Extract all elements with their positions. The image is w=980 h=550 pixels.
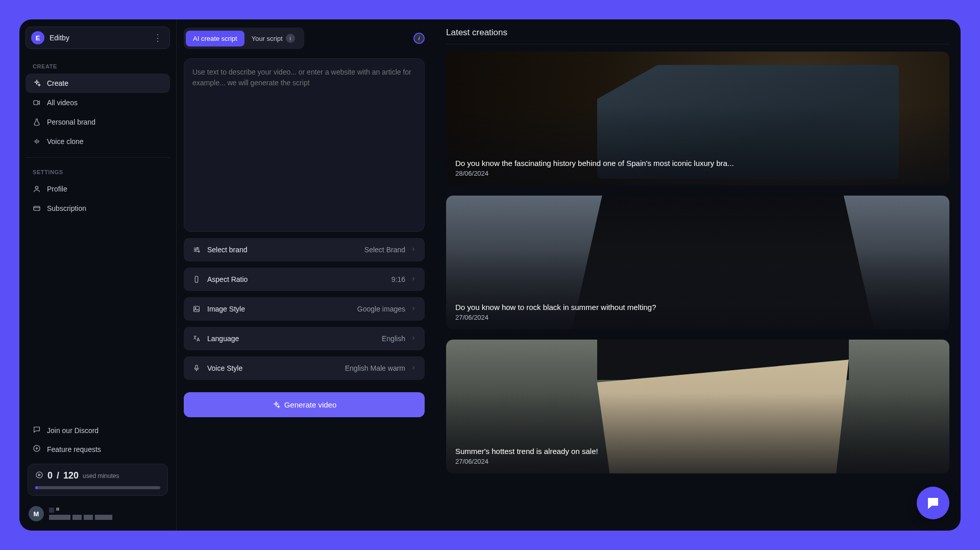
workspace-name: Editby xyxy=(50,34,146,42)
workspace-avatar: E xyxy=(31,31,44,44)
svg-point-6 xyxy=(195,249,197,251)
footer-label: Join our Discord xyxy=(47,426,99,435)
svg-point-10 xyxy=(195,307,196,308)
nav-personal-brand[interactable]: Personal brand xyxy=(26,112,170,132)
option-value: Google images xyxy=(357,305,405,313)
generate-label: Generate video xyxy=(284,400,337,409)
option-label: Select brand xyxy=(207,246,364,254)
option-label: Aspect Ratio xyxy=(207,275,391,283)
svg-rect-0 xyxy=(34,101,38,105)
svg-point-7 xyxy=(198,251,200,252)
user-avatar: M xyxy=(29,506,44,521)
nav-label: All videos xyxy=(47,99,78,107)
tabs-row: AI create script Your script i i xyxy=(184,28,425,49)
latest-heading: Latest creations xyxy=(446,28,949,44)
nav-label: Subscription xyxy=(47,204,86,212)
option-label: Voice Style xyxy=(207,364,345,372)
script-input-box xyxy=(184,58,425,232)
sliders-icon xyxy=(192,245,201,254)
option-value: 9:16 xyxy=(391,275,405,283)
creation-card[interactable]: Do you know the fascinating history behi… xyxy=(446,52,949,185)
user-icon xyxy=(33,185,41,193)
divider xyxy=(26,157,170,158)
sparkle-icon xyxy=(33,79,41,87)
usage-bar xyxy=(35,486,160,489)
option-voice-style[interactable]: Voice Style English Male warm xyxy=(184,356,425,380)
card-title: Do you know the fascinating history behi… xyxy=(455,159,940,168)
svg-rect-9 xyxy=(194,306,200,312)
chevron-right-icon xyxy=(410,245,416,254)
waveform-icon xyxy=(33,137,41,146)
svg-point-4 xyxy=(36,472,42,478)
sidebar: E Editby ⋮ CREATE Create All videos Pers… xyxy=(19,19,177,531)
card-date: 27/06/2024 xyxy=(455,458,940,465)
create-panel: AI create script Your script i i Select … xyxy=(177,19,432,531)
discord-link[interactable]: Join our Discord xyxy=(26,421,170,440)
video-icon xyxy=(33,99,41,107)
usage-used: 0 xyxy=(47,470,53,481)
script-textarea[interactable] xyxy=(192,67,416,223)
flask-icon xyxy=(33,118,41,126)
chevron-right-icon xyxy=(410,304,416,314)
nav-profile[interactable]: Profile xyxy=(26,179,170,199)
option-value: English xyxy=(382,334,405,343)
svg-rect-8 xyxy=(195,276,198,282)
option-value: English Male warm xyxy=(345,364,405,372)
svg-rect-2 xyxy=(34,206,40,210)
usage-total: 120 xyxy=(63,470,79,481)
tab-ai-script[interactable]: AI create script xyxy=(186,31,244,46)
option-brand[interactable]: Select brand Select Brand xyxy=(184,238,425,261)
nav-all-videos[interactable]: All videos xyxy=(26,93,170,112)
card-date: 27/06/2024 xyxy=(455,314,940,321)
option-label: Image Style xyxy=(207,305,357,313)
image-icon xyxy=(192,304,201,314)
info-badge-icon: i xyxy=(286,34,295,43)
usage-card: 0 / 120 used minutes xyxy=(28,464,168,496)
usage-sep: / xyxy=(57,470,59,481)
card-icon xyxy=(33,204,41,212)
option-image-style[interactable]: Image Style Google images xyxy=(184,297,425,321)
feature-requests-link[interactable]: Feature requests xyxy=(26,440,170,459)
nav-label: Profile xyxy=(47,185,67,193)
play-circle-icon xyxy=(35,471,43,481)
footer-label: Feature requests xyxy=(47,445,101,453)
app-shell: E Editby ⋮ CREATE Create All videos Pers… xyxy=(19,19,961,531)
nav-subscription[interactable]: Subscription xyxy=(26,199,170,218)
sparkle-icon xyxy=(272,401,280,409)
translate-icon xyxy=(192,334,201,343)
nav-create[interactable]: Create xyxy=(26,74,170,93)
section-label-create: CREATE xyxy=(26,58,170,74)
chevron-right-icon xyxy=(410,275,416,284)
tab-your-script[interactable]: Your script i xyxy=(244,30,302,47)
card-title: Summer's hottest trend is already on sal… xyxy=(455,447,940,456)
help-icon[interactable]: i xyxy=(413,33,425,44)
chat-bubble-icon xyxy=(926,496,940,510)
option-aspect-ratio[interactable]: Aspect Ratio 9:16 xyxy=(184,268,425,291)
creation-card[interactable]: Summer's hottest trend is already on sal… xyxy=(446,340,949,473)
card-date: 28/06/2024 xyxy=(455,170,940,177)
tab-label: AI create script xyxy=(193,35,237,42)
user-name-redacted xyxy=(49,508,112,520)
mic-icon xyxy=(192,364,201,373)
creation-card[interactable]: Do you know how to rock black in summer … xyxy=(446,196,949,329)
generate-video-button[interactable]: Generate video xyxy=(184,392,425,417)
chevron-right-icon xyxy=(410,334,416,343)
nav-voice-clone[interactable]: Voice clone xyxy=(26,132,170,151)
option-label: Language xyxy=(207,334,382,343)
section-label-settings: SETTINGS xyxy=(26,164,170,179)
nav-label: Personal brand xyxy=(47,118,95,126)
workspace-menu-icon[interactable]: ⋮ xyxy=(151,32,164,43)
chat-fab[interactable] xyxy=(917,487,949,519)
user-row[interactable]: M xyxy=(26,501,170,523)
card-title: Do you know how to rock black in summer … xyxy=(455,303,940,312)
plus-circle-icon xyxy=(33,444,41,454)
option-language[interactable]: Language English xyxy=(184,327,425,350)
option-value: Select Brand xyxy=(364,246,405,254)
nav-label: Voice clone xyxy=(47,137,84,146)
svg-point-5 xyxy=(197,247,199,249)
svg-point-1 xyxy=(35,186,38,189)
script-tabs: AI create script Your script i xyxy=(184,28,304,49)
latest-creations-panel: Latest creations Do you know the fascina… xyxy=(432,19,961,531)
workspace-switcher[interactable]: E Editby ⋮ xyxy=(26,27,170,49)
nav-label: Create xyxy=(47,79,68,87)
